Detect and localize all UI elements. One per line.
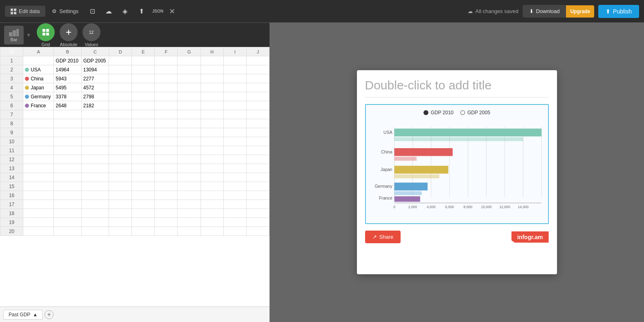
cell-2-empty[interactable] <box>132 65 155 74</box>
cell-3-empty[interactable] <box>132 74 155 83</box>
empty-cell[interactable] <box>201 119 223 128</box>
dropbox-icon-button[interactable]: ◈ <box>118 4 132 19</box>
empty-cell[interactable] <box>109 128 132 137</box>
empty-cell[interactable] <box>201 182 223 191</box>
empty-cell[interactable] <box>23 119 54 128</box>
empty-cell[interactable] <box>23 110 54 119</box>
empty-cell[interactable] <box>54 110 81 119</box>
empty-cell[interactable] <box>81 209 109 218</box>
empty-cell[interactable] <box>54 137 81 146</box>
empty-cell[interactable] <box>178 155 201 164</box>
empty-cell[interactable] <box>132 200 155 209</box>
empty-cell[interactable] <box>132 137 155 146</box>
download-button[interactable]: ⬇ Download <box>523 5 566 18</box>
empty-cell[interactable] <box>201 146 223 155</box>
empty-cell[interactable] <box>155 173 178 182</box>
empty-cell[interactable] <box>223 164 246 173</box>
upload-icon-button[interactable]: ⬆ <box>134 4 149 19</box>
empty-cell[interactable] <box>155 200 178 209</box>
cell-2-empty[interactable] <box>246 65 269 74</box>
cell-3-empty[interactable] <box>223 74 246 83</box>
empty-cell[interactable] <box>201 128 223 137</box>
cell-1-empty[interactable] <box>246 56 269 65</box>
empty-cell[interactable] <box>178 227 201 236</box>
cell-2-B[interactable]: 14964 <box>54 65 81 74</box>
empty-cell[interactable] <box>223 182 246 191</box>
cell-1-empty[interactable] <box>201 56 223 65</box>
empty-cell[interactable] <box>201 191 223 200</box>
cell-2-C[interactable]: 13094 <box>81 65 109 74</box>
empty-cell[interactable] <box>178 218 201 227</box>
cell-2-empty[interactable] <box>109 65 132 74</box>
empty-cell[interactable] <box>109 227 132 236</box>
empty-cell[interactable] <box>155 182 178 191</box>
cell-5-empty[interactable] <box>155 92 178 101</box>
cell-6-empty[interactable] <box>178 101 201 110</box>
spreadsheet-wrapper[interactable]: ↺ A B C D E F G H I J <box>0 47 270 306</box>
cell-5-C[interactable]: 2798 <box>81 92 109 101</box>
empty-cell[interactable] <box>23 155 54 164</box>
empty-cell[interactable] <box>178 191 201 200</box>
empty-cell[interactable] <box>178 119 201 128</box>
cell-6-empty[interactable] <box>223 101 246 110</box>
cell-3-C[interactable]: 2277 <box>81 74 109 83</box>
empty-cell[interactable] <box>155 146 178 155</box>
publish-button[interactable]: ⬆ Publish <box>598 5 639 18</box>
empty-cell[interactable] <box>178 209 201 218</box>
grid-toggle[interactable]: Grid <box>37 23 55 47</box>
cell-5-empty[interactable] <box>178 92 201 101</box>
cell-1-B[interactable]: GDP 2010 <box>54 56 81 65</box>
cell-4-empty[interactable] <box>132 83 155 92</box>
empty-cell[interactable] <box>132 227 155 236</box>
empty-cell[interactable] <box>155 137 178 146</box>
empty-cell[interactable] <box>246 119 269 128</box>
cell-6-empty[interactable] <box>132 101 155 110</box>
cell-5-empty[interactable] <box>109 92 132 101</box>
cell-3-empty[interactable] <box>178 74 201 83</box>
empty-cell[interactable] <box>246 110 269 119</box>
empty-cell[interactable] <box>23 173 54 182</box>
empty-cell[interactable] <box>54 209 81 218</box>
empty-cell[interactable] <box>109 119 132 128</box>
empty-cell[interactable] <box>155 209 178 218</box>
empty-cell[interactable] <box>109 173 132 182</box>
add-sheet-button[interactable]: + <box>45 310 53 319</box>
empty-cell[interactable] <box>132 173 155 182</box>
empty-cell[interactable] <box>81 110 109 119</box>
empty-cell[interactable] <box>81 128 109 137</box>
empty-cell[interactable] <box>223 227 246 236</box>
cell-2-empty[interactable] <box>201 65 223 74</box>
empty-cell[interactable] <box>155 191 178 200</box>
empty-cell[interactable] <box>178 200 201 209</box>
empty-cell[interactable] <box>81 173 109 182</box>
empty-cell[interactable] <box>223 200 246 209</box>
empty-cell[interactable] <box>109 209 132 218</box>
cell-1-empty[interactable] <box>109 56 132 65</box>
empty-cell[interactable] <box>23 227 54 236</box>
empty-cell[interactable] <box>201 200 223 209</box>
cell-2-empty[interactable] <box>223 65 246 74</box>
close-button[interactable]: ✕ <box>167 7 178 16</box>
cell-2-empty[interactable] <box>178 65 201 74</box>
empty-cell[interactable] <box>155 128 178 137</box>
cell-6-A[interactable]: France <box>23 101 54 110</box>
empty-cell[interactable] <box>201 164 223 173</box>
empty-cell[interactable] <box>23 182 54 191</box>
empty-cell[interactable] <box>132 119 155 128</box>
empty-cell[interactable] <box>23 128 54 137</box>
empty-cell[interactable] <box>223 173 246 182</box>
empty-cell[interactable] <box>155 164 178 173</box>
empty-cell[interactable] <box>54 200 81 209</box>
cell-3-empty[interactable] <box>109 74 132 83</box>
empty-cell[interactable] <box>109 191 132 200</box>
empty-cell[interactable] <box>155 227 178 236</box>
cell-4-A[interactable]: Japan <box>23 83 54 92</box>
empty-cell[interactable] <box>201 137 223 146</box>
sheet-tab[interactable]: Past GDP ▲ <box>3 310 43 320</box>
cell-1-empty[interactable] <box>155 56 178 65</box>
cell-4-B[interactable]: 5495 <box>54 83 81 92</box>
cell-5-B[interactable]: 3378 <box>54 92 81 101</box>
empty-cell[interactable] <box>81 119 109 128</box>
cell-6-empty[interactable] <box>109 101 132 110</box>
cell-6-C[interactable]: 2182 <box>81 101 109 110</box>
